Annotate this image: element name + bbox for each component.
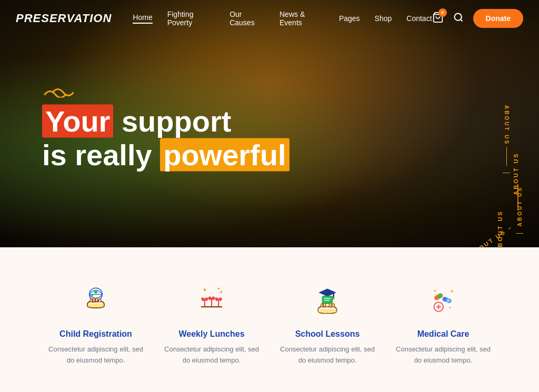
nav-our-causes[interactable]: Our Causes <box>229 10 265 27</box>
school-lessons-title: School Lessons <box>295 329 360 339</box>
weekly-lunches-icon <box>191 279 233 321</box>
hero-word-your: Your <box>42 105 113 138</box>
svg-rect-13 <box>333 293 335 298</box>
nav-shop[interactable]: Shop <box>375 14 392 23</box>
main-nav: Home Fighting Poverty Our Causes News & … <box>133 10 432 27</box>
medical-care-icon <box>422 279 464 321</box>
service-weekly-lunches: Weekly Lunches Consectetur adipiscing el… <box>154 279 270 366</box>
school-lessons-desc: Consectetur adipiscing elit, sed do eius… <box>280 344 375 366</box>
child-registration-icon <box>75 279 117 321</box>
hero-section: Preservation Home Fighting Poverty Our C… <box>0 0 539 247</box>
hero-squiggle <box>42 85 290 100</box>
svg-line-2 <box>460 19 462 22</box>
nav-contact[interactable]: Contact <box>406 14 432 23</box>
weekly-lunches-title: Weekly Lunches <box>178 329 244 339</box>
site-header: Preservation Home Fighting Poverty Our C… <box>0 0 539 37</box>
site-logo: Preservation <box>16 12 112 25</box>
hero-title: Your support is really powerful <box>42 105 290 171</box>
hero-content: Your support is really powerful <box>42 85 290 171</box>
nav-pages[interactable]: Pages <box>339 14 360 23</box>
school-lessons-icon <box>306 279 348 321</box>
child-registration-title: Child Registration <box>59 329 132 339</box>
nav-fighting-poverty[interactable]: Fighting Poverty <box>167 10 215 27</box>
svg-rect-15 <box>322 296 332 304</box>
hero-word-support: support <box>122 105 231 138</box>
nav-news-events[interactable]: News & Events <box>280 10 324 27</box>
hero-word-is-really: is really <box>42 138 160 171</box>
service-medical-care: Medical Care Consectetur adipiscing elit… <box>385 279 501 366</box>
hero-word-powerful: powerful <box>160 138 289 171</box>
service-child-registration: Child Registration Consectetur adipiscin… <box>38 279 154 366</box>
header-actions: 0 Donate <box>432 9 523 28</box>
services-section: Child Registration Consectetur adipiscin… <box>0 247 539 392</box>
svg-point-10 <box>217 287 219 289</box>
cart-button[interactable]: 0 <box>432 12 444 25</box>
child-registration-desc: Consectetur adipiscing elit, sed do eius… <box>48 344 143 366</box>
medical-care-title: Medical Care <box>417 329 470 339</box>
weekly-lunches-desc: Consectetur adipiscing elit, sed do eius… <box>164 344 259 366</box>
cart-count: 0 <box>438 8 447 17</box>
svg-point-9 <box>204 289 206 291</box>
svg-point-18 <box>434 290 436 292</box>
bottom-about-annotation: ABOUT US — <box>516 186 523 237</box>
medical-care-desc: Consectetur adipiscing elit, sed do eius… <box>396 344 491 366</box>
donate-button[interactable]: Donate <box>473 9 523 28</box>
svg-point-1 <box>454 14 461 21</box>
side-about-annotation: ABOUT US — <box>503 105 510 176</box>
nav-home[interactable]: Home <box>133 13 152 24</box>
search-button[interactable] <box>453 12 464 25</box>
service-school-lessons: School Lessons Consectetur adipiscing el… <box>270 279 385 366</box>
